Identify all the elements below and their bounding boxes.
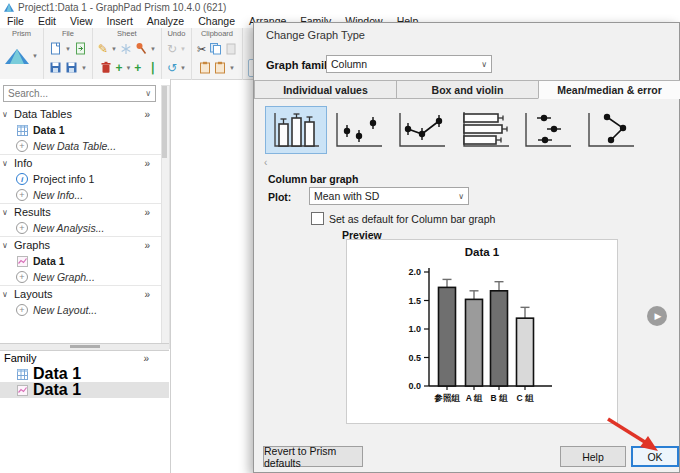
navigator-sidebar: Search... ∨ ∨ Data Tables » Data 1 + New… xyxy=(0,79,171,473)
chart-title: Data 1 xyxy=(347,246,617,258)
item-label: Data 1 xyxy=(33,255,65,267)
sidebar-item-project-info-1[interactable]: i Project info 1 xyxy=(0,171,170,187)
chevron-down-icon[interactable]: ∨ xyxy=(2,208,10,217)
copy-icon[interactable] xyxy=(209,42,222,55)
sidebar-item-new-graph[interactable]: + New Graph... xyxy=(0,269,170,285)
tab-box-and-violin[interactable]: Box and violin xyxy=(396,80,539,99)
tab-mean-median-error[interactable]: Mean/median & error xyxy=(538,80,680,99)
thumbnail-horizontal-scatter-mean-sd[interactable] xyxy=(518,107,578,153)
chevron-down-icon[interactable]: ▼ xyxy=(65,46,71,52)
thumbnails-scroll-left-icon[interactable]: ‹ xyxy=(264,157,267,168)
item-label: Data 1 xyxy=(33,124,65,136)
section-label: Data Tables xyxy=(14,108,140,120)
plot-select[interactable]: Mean with SD ∨ xyxy=(309,187,469,205)
splitter-handle[interactable] xyxy=(70,345,100,348)
chevron-down-icon[interactable]: ▼ xyxy=(111,46,117,52)
chevron-down-icon[interactable]: ▼ xyxy=(32,53,38,59)
group-label-file: File xyxy=(62,29,74,39)
section-info[interactable]: ∨ Info » xyxy=(0,154,170,171)
graph-family-select[interactable]: Column ∨ xyxy=(326,55,492,73)
red-annotation-arrow xyxy=(598,414,674,460)
menu-analyze[interactable]: Analyze xyxy=(140,15,191,27)
sidebar-scrollbar-thumb[interactable] xyxy=(162,86,167,158)
section-layouts[interactable]: ∨ Layouts » xyxy=(0,285,170,302)
svg-text:C 组: C 组 xyxy=(517,393,535,403)
chevron-down-icon[interactable]: ∨ xyxy=(2,159,10,168)
chevron-down-icon: ∨ xyxy=(481,60,487,69)
window-titlebar: Project1:Data 1 - GraphPad Prism 10.4.0 … xyxy=(0,0,680,14)
set-default-checkbox[interactable] xyxy=(311,212,324,225)
toolbar-group-file: File ▼ ▼ xyxy=(44,28,93,80)
chevron-down-icon[interactable]: ▼ xyxy=(229,65,235,71)
search-input[interactable]: Search... ∨ xyxy=(3,85,156,102)
menu-change[interactable]: Change xyxy=(191,15,242,27)
undo-icon[interactable]: ↺ xyxy=(167,62,177,74)
freeze-snowflake-icon[interactable] xyxy=(120,43,132,55)
group-label-sheet: Sheet xyxy=(117,29,137,39)
sidebar-item-graph-data-1[interactable]: Data 1 xyxy=(0,253,170,269)
trash-icon[interactable] xyxy=(100,61,112,74)
save-icon[interactable] xyxy=(49,61,62,74)
svg-text:1.0: 1.0 xyxy=(408,324,421,334)
chevron-down-icon[interactable]: ∨ xyxy=(2,290,10,299)
chevron-down-icon[interactable]: ∨ xyxy=(2,110,10,119)
sidebar-item-new-info[interactable]: + New Info... xyxy=(0,187,170,203)
sidebar-item-new-analysis[interactable]: + New Analysis... xyxy=(0,220,170,236)
thumbnail-horizontal-bar-mean-sd[interactable] xyxy=(455,107,515,153)
redo-icon[interactable]: ↻ xyxy=(167,43,177,55)
save-all-icon[interactable] xyxy=(65,61,78,74)
expand-all-icon[interactable]: » xyxy=(143,353,167,364)
item-label: New Data Table... xyxy=(33,140,116,152)
graph-icon xyxy=(16,255,28,267)
section-label: Info xyxy=(14,157,140,169)
chevron-down-icon[interactable]: ▼ xyxy=(81,65,87,71)
graph-type-tabs: Individual values Box and violin Mean/me… xyxy=(254,80,680,99)
insert-column-icon[interactable]: +⎹ xyxy=(134,62,153,74)
chevron-down-icon[interactable]: ▼ xyxy=(150,46,156,52)
plot-value: Mean with SD xyxy=(314,190,379,202)
sidebar-item-new-data-table[interactable]: + New Data Table... xyxy=(0,138,170,154)
new-file-icon[interactable] xyxy=(49,42,62,55)
thumbnail-scatter-mean-sd[interactable] xyxy=(329,107,389,153)
sidebar-item-new-layout[interactable]: + New Layout... xyxy=(0,302,170,318)
menu-insert[interactable]: Insert xyxy=(100,15,140,27)
section-label: Results xyxy=(14,206,140,218)
pencil-icon[interactable]: ✎ xyxy=(98,43,108,55)
revert-defaults-button[interactable]: Revert to Prism defaults xyxy=(263,446,363,467)
pin-icon[interactable] xyxy=(135,42,147,55)
item-label: Data 1 xyxy=(33,381,81,399)
menu-view[interactable]: View xyxy=(63,15,100,27)
section-data-tables[interactable]: ∨ Data Tables » xyxy=(0,106,170,122)
thumbnail-bar-mean-sd[interactable] xyxy=(266,107,326,153)
table-icon xyxy=(16,124,28,136)
svg-text:A 组: A 组 xyxy=(466,393,483,403)
add-sheet-icon[interactable]: + xyxy=(115,62,122,74)
tab-individual-values[interactable]: Individual values xyxy=(254,80,397,99)
menu-file[interactable]: File xyxy=(0,15,31,27)
section-family[interactable]: Family » xyxy=(0,350,169,366)
section-graphs[interactable]: ∨ Graphs » xyxy=(0,236,170,253)
chevron-down-icon[interactable]: ▼ xyxy=(125,65,131,71)
open-file-icon[interactable] xyxy=(74,42,87,55)
thumbnail-line-mean-sd[interactable] xyxy=(392,107,452,153)
chevron-down-icon[interactable]: ▼ xyxy=(180,65,186,71)
prism-app-icon xyxy=(4,3,14,12)
section-results[interactable]: ∨ Results » xyxy=(0,203,170,220)
family-item-data-table-1[interactable]: Data 1 xyxy=(0,366,169,382)
next-page-play-icon[interactable]: ▶ xyxy=(647,306,667,326)
paste-options-icon[interactable] xyxy=(214,61,226,74)
chevron-down-icon[interactable]: ∨ xyxy=(2,241,10,250)
menu-edit[interactable]: Edit xyxy=(31,15,63,27)
paste-special-icon[interactable] xyxy=(199,61,211,74)
item-label: New Info... xyxy=(33,189,83,201)
prism-logo-icon[interactable] xyxy=(5,48,29,65)
item-label: New Layout... xyxy=(33,304,97,316)
family-item-graph-data-1[interactable]: Data 1 xyxy=(0,382,169,398)
sidebar-item-data-table-1[interactable]: Data 1 xyxy=(0,122,170,138)
toolbar-group-sheet: Sheet ✎▼ ▼ +▼ +⎹ xyxy=(93,28,162,80)
thumbnail-horizontal-line-mean-sd[interactable] xyxy=(581,107,641,153)
window-title: Project1:Data 1 - GraphPad Prism 10.4.0 … xyxy=(18,2,226,13)
cut-scissors-icon[interactable]: ✂ xyxy=(197,43,206,55)
set-default-row: Set as default for Column bar graph xyxy=(311,212,495,225)
chevron-down-icon: ∨ xyxy=(458,192,464,201)
